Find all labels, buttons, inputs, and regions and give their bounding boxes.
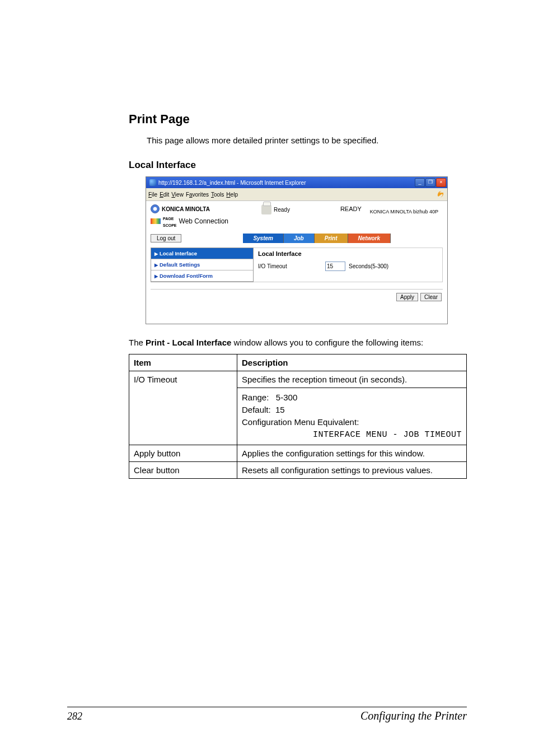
tab-network[interactable]: Network xyxy=(348,234,391,243)
td-clear: Clear button xyxy=(129,462,237,479)
page-number: 282 xyxy=(67,711,82,722)
clear-button[interactable]: Clear xyxy=(420,293,442,301)
io-timeout-suffix: Seconds(5-300) xyxy=(349,263,388,269)
menubar: File Edit View Favorites Tools Help xyxy=(146,188,447,201)
intro-text: This page allows more detailed printer s… xyxy=(147,136,467,145)
tab-print[interactable]: Print xyxy=(315,234,348,243)
konica-minolta-logo: KONICA MINOLTA xyxy=(151,204,251,213)
window-close-button[interactable]: × xyxy=(436,178,446,187)
menu-help[interactable]: Help xyxy=(226,192,238,198)
printer-status: Ready xyxy=(261,204,290,214)
info-table: Item Description I/O Timeout Specifies t… xyxy=(129,354,467,479)
pagescope-icon xyxy=(151,218,161,224)
window-minimize-button[interactable]: _ xyxy=(415,178,425,187)
ready-status-large: READY xyxy=(340,206,362,212)
pane-title: Local Interface xyxy=(258,250,438,257)
titlebar-text: http://192.168.1.2/a_index.html - Micros… xyxy=(158,180,306,186)
sidebar-item-download-font-form[interactable]: ▶Download Font/Form xyxy=(151,270,253,282)
sidebar-item-default-settings[interactable]: ▶Default Settings xyxy=(151,259,253,270)
apply-button[interactable]: Apply xyxy=(396,293,418,301)
io-timeout-label: I/O Timeout xyxy=(258,263,325,269)
triangle-icon: ▶ xyxy=(154,251,158,256)
heading-local-interface: Local Interface xyxy=(129,160,467,171)
tab-job[interactable]: Job xyxy=(284,234,315,243)
menu-favorites[interactable]: Favorites xyxy=(186,192,209,198)
ie-throbber-icon xyxy=(436,190,445,199)
th-description: Description xyxy=(237,354,467,371)
sidebar-item-local-interface[interactable]: ▶Local Interface xyxy=(151,248,253,259)
td-apply: Apply button xyxy=(129,445,237,462)
printer-icon xyxy=(261,204,271,214)
model-name: KONICA MINOLTA bizhub 40P xyxy=(370,204,443,214)
ie-icon xyxy=(149,179,156,186)
main-pane: Local Interface I/O Timeout Seconds(5-30… xyxy=(254,248,443,282)
menu-file[interactable]: File xyxy=(148,192,157,198)
browser-window: http://192.168.1.2/a_index.html - Micros… xyxy=(146,176,448,324)
after-text: The Print - Local Interface window allow… xyxy=(129,338,467,347)
tab-system[interactable]: System xyxy=(243,234,284,243)
td-clear-desc: Resets all configuration settings to pre… xyxy=(237,462,467,479)
titlebar: http://192.168.1.2/a_index.html - Micros… xyxy=(146,177,447,188)
menu-view[interactable]: View xyxy=(171,192,184,198)
km-globe-icon xyxy=(151,204,160,213)
td-apply-desc: Applies the configuration settings for t… xyxy=(237,445,467,462)
triangle-icon: ▶ xyxy=(154,263,158,268)
pagescope-logo: PAGESCOPE Web Connection xyxy=(151,214,251,228)
io-timeout-input[interactable] xyxy=(325,262,345,271)
window-maximize-button[interactable]: ❐ xyxy=(425,178,435,187)
heading-print-page: Print Page xyxy=(129,112,467,127)
triangle-icon: ▶ xyxy=(154,274,158,279)
footer-text: Configuring the Printer xyxy=(360,710,467,722)
menu-edit[interactable]: Edit xyxy=(160,192,169,198)
td-io-range: Range: 5-300 Default: 15 Configuration M… xyxy=(237,388,467,445)
page-footer: 282 Configuring the Printer xyxy=(67,707,467,722)
td-io-desc: Specifies the reception timeout (in seco… xyxy=(237,371,467,388)
sidebar: ▶Local Interface ▶Default Settings ▶Down… xyxy=(151,248,254,282)
td-io-timeout: I/O Timeout xyxy=(129,371,237,445)
menu-tools[interactable]: Tools xyxy=(211,192,224,198)
logout-button[interactable]: Log out xyxy=(151,234,181,242)
content-area: KONICA MINOLTA PAGESCOPE Web Connection … xyxy=(146,201,447,324)
th-item: Item xyxy=(129,354,237,371)
